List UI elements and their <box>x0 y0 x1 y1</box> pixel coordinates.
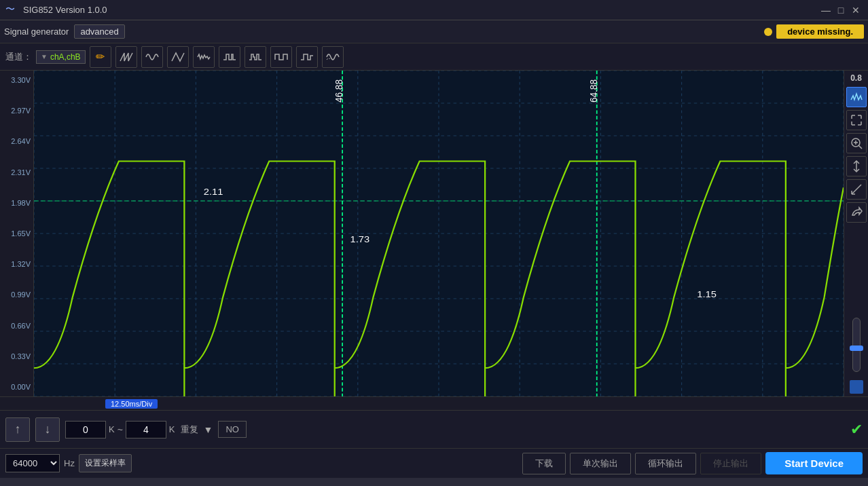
scale-value: 0.8 <box>850 73 862 83</box>
square-noise-icon <box>248 50 263 64</box>
sawtooth-icon <box>119 50 134 64</box>
pulse-icon <box>222 50 237 64</box>
waveform-icon <box>850 90 863 104</box>
set-sample-rate-button[interactable]: 设置采样率 <box>79 454 132 472</box>
loop-output-button[interactable]: 循环输出 <box>635 453 696 474</box>
download-button[interactable]: 下载 <box>522 453 566 474</box>
repeat-label: 重复 <box>181 424 198 436</box>
y-label-8: 0.66V <box>3 322 31 330</box>
app-logo: 〜 <box>5 3 19 17</box>
square-noise-btn[interactable] <box>245 46 266 68</box>
upload-icon-btn[interactable]: ↑ <box>5 417 30 442</box>
no-badge: NO <box>218 421 247 438</box>
vertical-slider[interactable] <box>852 318 861 372</box>
y-label-3: 2.31V <box>3 168 31 176</box>
arbitrary-wave-icon <box>300 50 314 64</box>
channel-select[interactable]: ▼ chA,chB <box>36 50 86 64</box>
svg-line-39 <box>858 145 862 149</box>
expand-icon <box>850 113 863 127</box>
waveform-view-btn[interactable] <box>846 87 867 107</box>
close-button[interactable]: ✕ <box>849 3 863 17</box>
bottom-controls: 64000 Hz 设置采样率 下载 单次输出 循环输出 停止输出 Start D… <box>0 448 868 478</box>
oscilloscope-main: 3.30V 2.97V 2.64V 2.31V 1.98V 1.65V 1.32… <box>0 71 868 396</box>
device-status-dot <box>764 28 772 36</box>
download-icon: ↓ <box>45 422 51 436</box>
signal-generator-label: Signal generator <box>4 26 69 37</box>
y-axis: 3.30V 2.97V 2.64V 2.31V 1.98V 1.65V 1.32… <box>0 71 34 396</box>
svg-line-43 <box>852 185 861 194</box>
y-label-0: 3.30V <box>3 76 31 84</box>
square-wave-btn[interactable] <box>270 46 292 68</box>
noise-btn[interactable] <box>193 46 215 68</box>
time-label-bar: 12.50ms/Div <box>0 396 868 410</box>
y-label-10: 0.00V <box>3 383 31 391</box>
channel-value: chA,chB <box>50 52 81 62</box>
vertical-expand-icon <box>850 160 863 173</box>
time-per-div[interactable]: 12.50ms/Div <box>105 399 158 409</box>
k-range-group: K ~ K <box>65 421 175 438</box>
minimize-button[interactable]: — <box>819 3 833 17</box>
hz-label: Hz <box>64 458 75 468</box>
noise-icon <box>196 50 211 64</box>
channel-color-indicator <box>850 380 863 394</box>
redo-icon <box>850 206 863 219</box>
oscilloscope-plot[interactable]: 46.88 64.88 2.11 1.73 1.15 <box>34 71 844 396</box>
pulse-btn[interactable] <box>219 46 240 68</box>
slider-thumb <box>850 345 863 351</box>
vertical-expand-btn[interactable] <box>846 156 867 176</box>
pen-icon: ✏ <box>96 50 105 63</box>
oscilloscope-svg: 46.88 64.88 2.11 1.73 1.15 <box>34 71 844 396</box>
triangle-icon <box>170 50 185 64</box>
device-status-area: device missing. <box>764 24 864 39</box>
sine2-wave-icon <box>325 50 340 64</box>
main-toolbar: Signal generator advanced device missing… <box>0 20 868 43</box>
sine-icon <box>145 50 160 64</box>
sawtooth-wave-btn[interactable] <box>115 46 137 68</box>
device-missing-text: device missing. <box>776 24 864 39</box>
tilde-separator: ~ <box>117 424 123 435</box>
params-row: ↑ ↓ K ~ K 重复 ▼ NO ✔ <box>0 410 868 448</box>
redo-btn[interactable] <box>846 202 867 223</box>
svg-text:46.88: 46.88 <box>333 79 345 102</box>
expand-btn[interactable] <box>846 110 867 130</box>
y-label-5: 1.65V <box>3 229 31 238</box>
y-label-1: 2.97V <box>3 107 31 115</box>
right-toolbar: 0.8 <box>844 71 868 396</box>
zoom-in-btn[interactable] <box>846 133 867 153</box>
pen-icon-btn[interactable]: ✏ <box>90 46 111 68</box>
svg-text:1.73: 1.73 <box>350 233 369 244</box>
sine-wave-btn[interactable] <box>141 46 163 68</box>
diagonal-measure-btn[interactable] <box>846 179 867 200</box>
start-device-button[interactable]: Start Device <box>765 452 863 474</box>
square-wave-icon <box>274 50 289 64</box>
y-label-9: 0.33V <box>3 352 31 360</box>
mode-badge[interactable]: advanced <box>74 24 124 39</box>
k-end-input[interactable] <box>126 421 166 438</box>
titlebar: 〜 SIG852 Version 1.0.0 — □ ✕ <box>0 0 868 20</box>
arbitrary-wave-btn[interactable] <box>296 46 318 68</box>
zoom-in-icon <box>850 136 863 150</box>
check-icon: ✔ <box>850 421 863 438</box>
upload-icon: ↑ <box>15 422 21 436</box>
k-start-input[interactable] <box>65 421 106 438</box>
sample-rate-select[interactable]: 64000 <box>5 454 60 472</box>
svg-text:1.15: 1.15 <box>697 288 717 299</box>
svg-text:2.11: 2.11 <box>204 186 223 196</box>
svg-text:64.88: 64.88 <box>587 79 599 102</box>
repeat-dropdown-arrow[interactable]: ▼ <box>204 424 213 435</box>
diagonal-measure-icon <box>850 183 863 196</box>
k-start-unit: K <box>109 424 115 434</box>
stop-output-button: 停止输出 <box>700 453 761 474</box>
download-icon-btn[interactable]: ↓ <box>35 417 60 442</box>
y-label-6: 1.32V <box>3 260 31 268</box>
k-end-unit: K <box>169 424 175 434</box>
single-output-button[interactable]: 单次输出 <box>570 453 631 474</box>
y-label-7: 0.99V <box>3 291 31 299</box>
channel-dropdown-arrow: ▼ <box>41 53 48 60</box>
y-label-2: 2.64V <box>3 137 31 145</box>
maximize-button[interactable]: □ <box>834 3 848 17</box>
channel-toolbar: 通道： ▼ chA,chB ✏ <box>0 43 868 71</box>
sine2-wave-btn[interactable] <box>322 46 344 68</box>
triangle-wave-btn[interactable] <box>167 46 189 68</box>
app-title: SIG852 Version 1.0.0 <box>23 5 818 15</box>
